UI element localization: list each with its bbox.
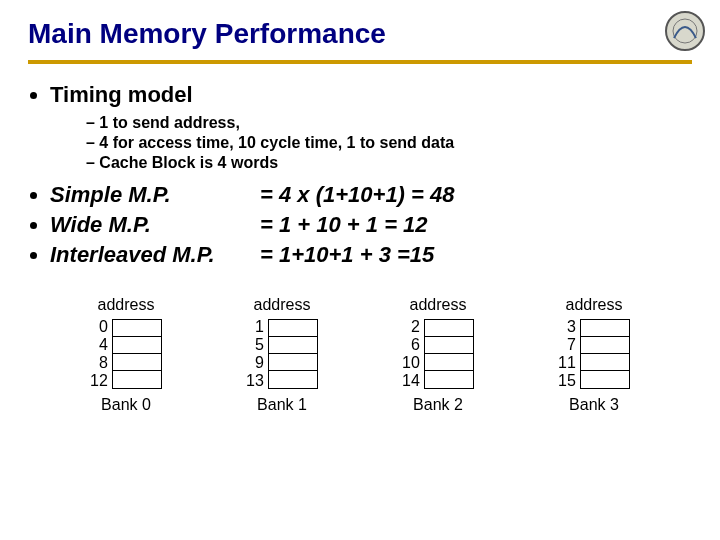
- bank-label: Bank 0: [101, 396, 151, 414]
- bullet-list: Timing model 1 to send address, 4 for ac…: [50, 82, 692, 268]
- calc-expr: = 1+10+1 + 3 =15: [260, 242, 434, 268]
- bank-addresses: 1 5 9 13: [246, 318, 264, 390]
- timing-sub-item: 4 for access time, 10 cycle time, 1 to s…: [86, 134, 692, 152]
- addr: 13: [246, 372, 264, 390]
- calc-expr: = 1 + 10 + 1 = 12: [260, 212, 428, 238]
- bank-box: [424, 319, 474, 389]
- banks-diagram: address 0 4 8 12 Bank 0 address 1 5: [28, 296, 692, 414]
- timing-sub-item: Cache Block is 4 words: [86, 154, 692, 172]
- addr: 14: [402, 372, 420, 390]
- bank-box: [580, 319, 630, 389]
- bank-header: address: [410, 296, 467, 314]
- bank-header: address: [566, 296, 623, 314]
- addr: 9: [255, 354, 264, 372]
- addr: 2: [411, 318, 420, 336]
- addr: 3: [567, 318, 576, 336]
- bank-header: address: [254, 296, 311, 314]
- bank: address 1 5 9 13 Bank 1: [246, 296, 318, 414]
- addr: 11: [558, 354, 576, 372]
- addr: 1: [255, 318, 264, 336]
- timing-sub-item: 1 to send address,: [86, 114, 692, 132]
- bank-header: address: [98, 296, 155, 314]
- bank-box: [268, 319, 318, 389]
- addr: 15: [558, 372, 576, 390]
- addr: 8: [99, 354, 108, 372]
- slide: Main Memory Performance Timing model 1 t…: [0, 0, 720, 414]
- bank: address 2 6 10 14 Bank 2: [402, 296, 474, 414]
- bank-label: Bank 3: [569, 396, 619, 414]
- bank: address 0 4 8 12 Bank 0: [90, 296, 162, 414]
- calc-name: Simple M.P.: [50, 182, 260, 208]
- bank-label: Bank 2: [413, 396, 463, 414]
- calc-line: Interleaved M.P. = 1+10+1 + 3 =15: [50, 242, 692, 268]
- calc-expr: = 4 x (1+10+1) = 48: [260, 182, 455, 208]
- bank-label: Bank 1: [257, 396, 307, 414]
- bank-addresses: 0 4 8 12: [90, 318, 108, 390]
- seal-icon: [664, 10, 706, 52]
- timing-heading-text: Timing model: [50, 82, 193, 107]
- calc-line: Simple M.P. = 4 x (1+10+1) = 48: [50, 182, 692, 208]
- addr: 10: [402, 354, 420, 372]
- addr: 7: [567, 336, 576, 354]
- calc-name: Wide M.P.: [50, 212, 260, 238]
- title-rule: [28, 60, 692, 64]
- addr: 6: [411, 336, 420, 354]
- addr: 12: [90, 372, 108, 390]
- addr: 4: [99, 336, 108, 354]
- bank-addresses: 3 7 11 15: [558, 318, 576, 390]
- svg-point-0: [666, 12, 704, 50]
- bank-box: [112, 319, 162, 389]
- calc-line: Wide M.P. = 1 + 10 + 1 = 12: [50, 212, 692, 238]
- bank-addresses: 2 6 10 14: [402, 318, 420, 390]
- bank: address 3 7 11 15 Bank 3: [558, 296, 630, 414]
- timing-sublist: 1 to send address, 4 for access time, 10…: [86, 114, 692, 172]
- page-title: Main Memory Performance: [28, 18, 692, 50]
- timing-heading: Timing model 1 to send address, 4 for ac…: [50, 82, 692, 172]
- calc-name: Interleaved M.P.: [50, 242, 260, 268]
- addr: 5: [255, 336, 264, 354]
- addr: 0: [99, 318, 108, 336]
